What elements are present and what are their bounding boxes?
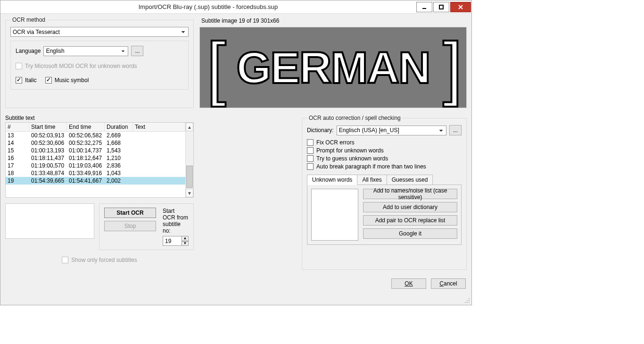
resize-grip-icon[interactable] xyxy=(0,296,471,305)
dictionary-browse-button[interactable]: ... xyxy=(449,125,462,135)
guess-unknown-checkbox[interactable] xyxy=(307,155,314,162)
table-cell xyxy=(133,132,185,139)
italic-checkbox[interactable] xyxy=(16,77,22,84)
svg-rect-8 xyxy=(467,302,468,303)
col-end[interactable]: End time xyxy=(67,123,105,131)
language-browse-button[interactable]: ... xyxy=(131,46,143,56)
guess-unknown-row[interactable]: Try to guess unknown words xyxy=(307,155,462,162)
table-cell: 2,669 xyxy=(105,132,133,139)
subtitle-text-label: Subtitle text xyxy=(5,115,194,121)
start-ocr-button[interactable]: Start OCR xyxy=(104,208,156,218)
scroll-down-icon[interactable]: ▼ xyxy=(186,189,193,197)
dictionary-row: Dictionary: Englisch (USA) [en_US] ... xyxy=(307,125,462,135)
maximize-button[interactable] xyxy=(433,2,449,12)
add-names-button[interactable]: Add to names/noise list (case sensitive) xyxy=(363,189,457,199)
scroll-up-icon[interactable]: ▲ xyxy=(186,123,193,131)
table-cell: 1,043 xyxy=(105,169,133,177)
tab-unknown-words[interactable]: Unknown words xyxy=(307,175,357,185)
ocr-method-inner: Language English ... Try Microsoft MODI … xyxy=(10,41,189,90)
music-checkbox[interactable] xyxy=(45,77,52,84)
preview-text: GERMAN xyxy=(223,32,443,103)
fix-errors-checkbox[interactable] xyxy=(307,139,314,146)
subtitle-text-group: Subtitle text # Start time End time Dura… xyxy=(5,115,194,263)
table-cell: 1,668 xyxy=(105,139,133,147)
prompt-unknown-checkbox[interactable] xyxy=(307,147,314,154)
start-ocr-from-input[interactable] xyxy=(163,236,182,246)
table-cell xyxy=(133,139,185,147)
add-userdict-button[interactable]: Add to user dictionary xyxy=(363,202,457,212)
subtitle-table: # Start time End time Duration Text 1300… xyxy=(5,122,194,198)
preview-content: [ GERMAN ] xyxy=(206,32,460,103)
language-select[interactable]: English xyxy=(43,46,128,56)
cancel-button[interactable]: Cancel xyxy=(431,278,466,289)
ocr-method-select[interactable]: OCR via Tesseract xyxy=(10,27,189,37)
table-scrollbar[interactable]: ▲ ▼ xyxy=(185,123,193,197)
close-button[interactable] xyxy=(450,2,471,12)
unknown-words-list[interactable] xyxy=(311,189,358,241)
content: OCR method OCR via Tesseract Language En… xyxy=(0,14,471,296)
start-ocr-from-spinner[interactable]: ▲ ▼ xyxy=(163,236,189,246)
language-label: Language xyxy=(16,48,41,54)
table-cell xyxy=(133,154,185,162)
subtitle-edit-textarea[interactable] xyxy=(5,203,94,239)
table-row[interactable]: 1701:19:00,57001:19:03,4062,836 xyxy=(6,162,185,169)
style-row: Italic Music symbol xyxy=(16,74,183,84)
table-cell: 18 xyxy=(6,169,29,177)
scroll-thumb[interactable] xyxy=(186,166,193,187)
table-cell: 01:18:12,647 xyxy=(67,154,105,162)
table-row[interactable]: 1901:54:39,66501:54:41,6672,002 xyxy=(6,177,185,185)
table-row[interactable]: 1601:18:11,43701:18:12,6471,210 xyxy=(6,154,185,162)
spinner-up-icon[interactable]: ▲ xyxy=(182,236,189,241)
tab-guesses-used[interactable]: Guesses used xyxy=(387,175,433,185)
table-row[interactable]: 1501:00:13,19301:00:14,7371,543 xyxy=(6,147,185,154)
stop-ocr-button: Stop xyxy=(104,221,156,231)
table-cell: 01:00:14,737 xyxy=(67,147,105,154)
auto-break-row[interactable]: Auto break paragraph if more than two li… xyxy=(307,163,462,170)
window-title: Import/OCR Blu-ray (.sup) subtitle - for… xyxy=(0,3,416,10)
table-row[interactable]: 1300:52:03,91300:52:06,5822,669 xyxy=(6,132,185,139)
dictionary-select[interactable]: Englisch (USA) [en_US] xyxy=(337,126,446,135)
auto-tabs: Unknown words All fixes Guesses used xyxy=(307,175,462,185)
auto-break-checkbox[interactable] xyxy=(307,163,314,170)
svg-rect-6 xyxy=(469,300,470,301)
table-cell: 01:00:13,193 xyxy=(29,147,67,154)
music-row[interactable]: Music symbol xyxy=(45,77,89,84)
table-cell: 00:52:03,913 xyxy=(29,132,67,139)
col-text[interactable]: Text xyxy=(133,123,185,131)
svg-rect-5 xyxy=(467,300,468,301)
table-cell: 16 xyxy=(6,154,29,162)
forced-only-label: Show only forced subtitles xyxy=(71,257,137,263)
start-ocr-group: Start OCR Stop Start OCR from subtitle n… xyxy=(99,203,194,250)
italic-label: Italic xyxy=(25,77,37,84)
try-modi-checkbox xyxy=(16,63,22,69)
cancel-label-rest: ancel xyxy=(444,280,457,287)
prompt-unknown-row[interactable]: Prompt for unknown words xyxy=(307,147,462,154)
col-start[interactable]: Start time xyxy=(29,123,67,131)
forced-only-row: Show only forced subtitles xyxy=(5,257,194,263)
window-controls xyxy=(416,2,471,12)
table-body[interactable]: # Start time End time Duration Text 1300… xyxy=(6,123,185,197)
italic-row[interactable]: Italic xyxy=(16,77,37,84)
google-it-button[interactable]: Google it xyxy=(363,228,457,239)
table-cell: 1,543 xyxy=(105,147,133,154)
table-cell: 01:33:48,874 xyxy=(29,169,67,177)
tab-all-fixes[interactable]: All fixes xyxy=(357,175,387,185)
start-ocr-buttons: Start OCR Stop xyxy=(104,208,156,231)
table-row[interactable]: 1400:52:30,60600:52:32,2751,668 xyxy=(6,139,185,147)
titlebar: Import/OCR Blu-ray (.sup) subtitle - for… xyxy=(0,0,471,14)
scroll-track[interactable] xyxy=(186,131,193,189)
music-label: Music symbol xyxy=(55,77,89,84)
col-dur[interactable]: Duration xyxy=(105,123,133,131)
guess-unknown-label: Try to guess unknown words xyxy=(316,155,388,162)
start-ocr-from-label: Start OCR from subtitle no: xyxy=(163,208,189,234)
ok-button[interactable]: OK xyxy=(391,278,426,289)
preview-label: Subtitle image 19 of 19 301x66 xyxy=(201,17,467,24)
minimize-button[interactable] xyxy=(416,2,432,12)
table-row[interactable]: 1801:33:48,87401:33:49,9161,043 xyxy=(6,169,185,177)
table-cell: 13 xyxy=(6,132,29,139)
col-num[interactable]: # xyxy=(6,123,29,131)
footer-buttons: OK Cancel xyxy=(199,277,467,291)
spinner-down-icon[interactable]: ▼ xyxy=(182,241,189,246)
add-pair-button[interactable]: Add pair to OCR replace list xyxy=(363,215,457,226)
fix-errors-row[interactable]: Fix OCR errors xyxy=(307,139,462,146)
